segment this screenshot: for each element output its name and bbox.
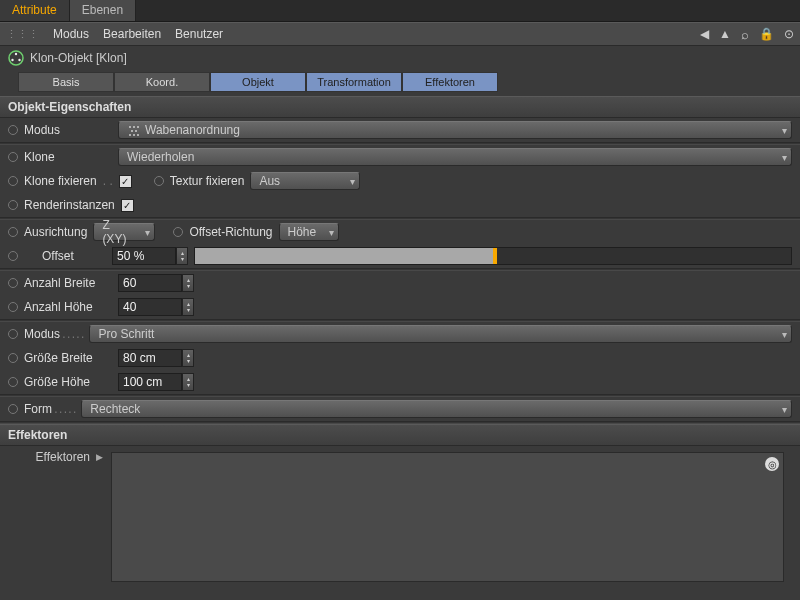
label-modus-2: Modus (24, 327, 83, 341)
label-offset: Offset (42, 249, 106, 263)
anim-dot[interactable] (8, 302, 18, 312)
svg-point-4 (129, 126, 131, 128)
dropdown-textur-value: Aus (259, 174, 280, 188)
tab-objekt[interactable]: Objekt (210, 72, 306, 92)
svg-point-9 (129, 134, 131, 136)
label-form: Form (24, 402, 75, 416)
row-modus: Modus Wabenanordnung (0, 118, 800, 142)
lock-icon[interactable]: 🔒 (759, 27, 774, 42)
dropdown-modus-2-value: Pro Schritt (98, 327, 154, 341)
row-anzahl-breite: Anzahl Breite ▴▾ (0, 271, 800, 295)
menu-bar: ⋮⋮⋮ Modus Bearbeiten Benutzer ◀ ▲ ⌕ 🔒 ⊙ (0, 22, 800, 46)
svg-point-5 (133, 126, 135, 128)
dropdown-textur-fixieren[interactable]: Aus (250, 172, 360, 190)
dropdown-klone-value: Wiederholen (127, 150, 194, 164)
checkbox-renderinstanzen[interactable]: ✓ (121, 199, 134, 212)
svg-point-3 (18, 59, 20, 61)
dropdown-ausrichtung[interactable]: Z (XY) (93, 223, 155, 241)
object-title-row: Klon-Objekt [Klon] (0, 46, 800, 70)
row-form: Form Rechteck (0, 397, 800, 421)
anim-dot[interactable] (8, 200, 18, 210)
row-klone: Klone Wiederholen (0, 145, 800, 169)
dropdown-form[interactable]: Rechteck (81, 400, 792, 418)
input-groesse-breite[interactable] (118, 349, 182, 367)
input-offset[interactable] (112, 247, 176, 265)
settings-icon[interactable]: ⊙ (784, 27, 794, 42)
anim-dot[interactable] (8, 329, 18, 339)
anim-dot[interactable] (8, 251, 18, 261)
label-klone-fixieren: Klone fixieren (24, 174, 97, 188)
label-ausrichtung: Ausrichtung (24, 225, 87, 239)
row-klone-fixieren: Klone fixieren . . ✓ Textur fixieren Aus (0, 169, 800, 193)
anim-dot[interactable] (8, 152, 18, 162)
spinner-groesse-breite[interactable]: ▴▾ (182, 349, 194, 367)
section-effektoren: Effektoren (0, 424, 800, 446)
menu-modus[interactable]: Modus (53, 27, 89, 41)
spinner-offset[interactable]: ▴▾ (176, 247, 188, 265)
dropdown-klone[interactable]: Wiederholen (118, 148, 792, 166)
row-groesse-breite: Größe Breite ▴▾ (0, 346, 800, 370)
list-target-icon[interactable]: ◎ (765, 457, 779, 471)
object-title: Klon-Objekt [Klon] (30, 51, 127, 65)
checkbox-klone-fixieren[interactable]: ✓ (119, 175, 132, 188)
row-ausrichtung: Ausrichtung Z (XY) Offset-Richtung Höhe (0, 220, 800, 244)
honeycomb-icon (127, 123, 141, 137)
nav-up-icon[interactable]: ▲ (719, 27, 731, 42)
menu-bearbeiten[interactable]: Bearbeiten (103, 27, 161, 41)
anim-dot[interactable] (8, 377, 18, 387)
spinner-anzahl-breite[interactable]: ▴▾ (182, 274, 194, 292)
dropdown-modus[interactable]: Wabenanordnung (118, 121, 792, 139)
label-offset-richtung: Offset-Richtung (189, 225, 272, 239)
anim-dot[interactable] (8, 404, 18, 414)
label-anzahl-breite: Anzahl Breite (24, 276, 112, 290)
spinner-groesse-hoehe[interactable]: ▴▾ (182, 373, 194, 391)
input-anzahl-hoehe[interactable] (118, 298, 182, 316)
input-anzahl-breite[interactable] (118, 274, 182, 292)
anim-dot[interactable] (8, 353, 18, 363)
input-groesse-hoehe[interactable] (118, 373, 182, 391)
tab-attribute[interactable]: Attribute (0, 0, 70, 21)
menu-benutzer[interactable]: Benutzer (175, 27, 223, 41)
svg-point-11 (137, 134, 139, 136)
spinner-anzahl-hoehe[interactable]: ▴▾ (182, 298, 194, 316)
row-effektoren-list: Effektoren ▶ ◎ (0, 446, 800, 594)
dropdown-ausrichtung-value: Z (XY) (102, 218, 136, 246)
dropdown-offset-richtung[interactable]: Höhe (279, 223, 339, 241)
grip-icon: ⋮⋮⋮ (6, 28, 39, 41)
anim-dot[interactable] (8, 227, 18, 237)
tab-ebenen[interactable]: Ebenen (70, 0, 136, 21)
anim-dot[interactable] (173, 227, 183, 237)
tab-effektoren[interactable]: Effektoren (402, 72, 498, 92)
label-renderinstanzen: Renderinstanzen (24, 198, 115, 212)
svg-point-6 (137, 126, 139, 128)
anim-dot[interactable] (8, 125, 18, 135)
row-groesse-hoehe: Größe Höhe ▴▾ (0, 370, 800, 394)
nav-back-icon[interactable]: ◀ (700, 27, 709, 42)
tab-koord[interactable]: Koord. (114, 72, 210, 92)
dropdown-offset-richtung-value: Höhe (288, 225, 317, 239)
label-effektoren: Effektoren (8, 450, 96, 464)
dropdown-modus-value: Wabenanordnung (145, 123, 240, 137)
dropdown-modus-2[interactable]: Pro Schritt (89, 325, 792, 343)
anim-dot[interactable] (8, 278, 18, 288)
top-tab-bar: Attribute Ebenen (0, 0, 800, 22)
svg-point-7 (131, 130, 133, 132)
slider-offset[interactable] (194, 247, 792, 265)
tab-transformation[interactable]: Transformation (306, 72, 402, 92)
label-textur-fixieren: Textur fixieren (170, 174, 245, 188)
anim-dot[interactable] (8, 176, 18, 186)
section-objekt-eigenschaften: Objekt-Eigenschaften (0, 96, 800, 118)
effektoren-drop-area[interactable]: ◎ (111, 452, 784, 582)
tab-basis[interactable]: Basis (18, 72, 114, 92)
cloner-icon (8, 50, 24, 66)
label-groesse-hoehe: Größe Höhe (24, 375, 112, 389)
svg-point-10 (133, 134, 135, 136)
anim-dot[interactable] (154, 176, 164, 186)
search-icon[interactable]: ⌕ (741, 27, 749, 42)
property-tabs: Basis Koord. Objekt Transformation Effek… (0, 70, 800, 96)
row-modus-2: Modus Pro Schritt (0, 322, 800, 346)
label-klone: Klone (24, 150, 112, 164)
expand-arrow-icon[interactable]: ▶ (96, 450, 103, 462)
svg-point-1 (15, 53, 17, 55)
svg-point-8 (135, 130, 137, 132)
